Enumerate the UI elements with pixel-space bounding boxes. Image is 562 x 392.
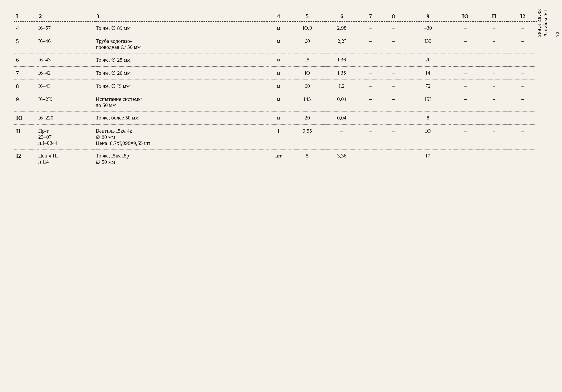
cell-4-col9: 72	[405, 80, 451, 93]
header-col3: 3	[95, 11, 267, 22]
cell-7-col11: –	[480, 125, 508, 150]
cell-7-col8: –	[382, 125, 405, 150]
cell-8-col6: 3,36	[325, 150, 359, 168]
cell-2-num: 6	[14, 53, 37, 67]
cell-5-col10: –	[451, 93, 480, 112]
cell-6-col10: –	[451, 112, 480, 125]
cell-5-desc: Испытание системыдо 50 мм	[95, 93, 267, 112]
cell-6-unit: м	[267, 112, 290, 125]
cell-7-code: Пр-т23–07п.I–0344	[37, 125, 95, 150]
header-col12: I2	[508, 11, 537, 22]
header-col4: 4	[267, 11, 290, 22]
cell-3-col12: –	[508, 67, 537, 80]
cell-3-col11: –	[480, 67, 508, 80]
cell-4-col6: I,2	[325, 80, 359, 93]
cell-0-desc: То же, ∅ 89 мм	[95, 22, 267, 35]
header-col10: IO	[451, 11, 480, 22]
cell-6-num: IO	[14, 112, 37, 125]
cell-3-unit: м	[267, 67, 290, 80]
side-label-text-2: Альбом VI	[542, 10, 548, 37]
cell-2-col5: I5	[290, 53, 324, 67]
cell-4-col8: –	[382, 80, 405, 93]
cell-5-col11: –	[480, 93, 508, 112]
table-row: I2Цен.ч.IIIп.II4То же, I5кч I8р∅ 50 ммшт…	[14, 150, 537, 168]
cell-8-unit: шт	[267, 150, 290, 168]
cell-7-col9: IO	[405, 125, 451, 150]
page-container: 284.3-49.83 Альбом VI 73 I 2 3 4	[0, 0, 562, 392]
cell-8-col5: 5	[290, 150, 324, 168]
cell-3-col8: –	[382, 67, 405, 80]
cell-3-col9: I4	[405, 67, 451, 80]
cell-4-unit: м	[267, 80, 290, 93]
cell-0-num: 4	[14, 22, 37, 35]
cell-2-unit: м	[267, 53, 290, 67]
cell-1-desc: Труба водогазо-проводная Ø/ 50 мм	[95, 35, 267, 53]
side-label-text-1: 284.3-49.83	[537, 9, 542, 37]
table-header-row: I 2 3 4 5 6 7 8 9 IO II I2	[14, 11, 537, 22]
cell-8-col9: I7	[405, 150, 451, 168]
cell-1-col12: –	[508, 35, 537, 53]
cell-1-col7: –	[359, 35, 382, 53]
cell-1-col5: 60	[290, 35, 324, 53]
cell-7-col5: 9,55	[290, 125, 324, 150]
cell-8-col7: –	[359, 150, 382, 168]
cell-4-col5: 60	[290, 80, 324, 93]
cell-6-col12: –	[508, 112, 537, 125]
cell-7-unit: I	[267, 125, 290, 150]
header-col5: 5	[290, 11, 324, 22]
table-row: IOI6–220То же, более 50 ммм200,04––8–––	[14, 112, 537, 125]
cell-2-col9: 20	[405, 53, 451, 67]
cell-6-col9: 8	[405, 112, 451, 125]
cell-4-col7: –	[359, 80, 382, 93]
cell-1-unit: м	[267, 35, 290, 53]
cell-1-num: 5	[14, 35, 37, 53]
cell-7-col7: –	[359, 125, 382, 150]
main-table: I 2 3 4 5 6 7 8 9 IO II I2 4I6–57То же, …	[14, 11, 537, 168]
cell-8-col8: –	[382, 150, 405, 168]
cell-5-col8: –	[382, 93, 405, 112]
cell-4-col12: –	[508, 80, 537, 93]
cell-8-col11: –	[480, 150, 508, 168]
cell-5-col5: I45	[290, 93, 324, 112]
cell-5-unit: м	[267, 93, 290, 112]
cell-3-num: 7	[14, 67, 37, 80]
header-col11: II	[480, 11, 508, 22]
cell-0-col10: –	[451, 22, 480, 35]
cell-7-col10: –	[451, 125, 480, 150]
table-row: 7I6–42То же, ∅ 20 мммIOI,35––I4–––	[14, 67, 537, 80]
cell-5-col6: 0,04	[325, 93, 359, 112]
table-row: 5I6–46Труба водогазо-проводная Ø/ 50 ммм…	[14, 35, 537, 53]
cell-0-col9: –30	[405, 22, 451, 35]
cell-6-col5: 20	[290, 112, 324, 125]
header-col1: I	[14, 11, 37, 22]
cell-6-code: I6–220	[37, 112, 95, 125]
cell-8-col12: –	[508, 150, 537, 168]
table-row: 8I6–4IТо же, ∅ I5 ммм60I,2––72–––	[14, 80, 537, 93]
cell-2-col11: –	[480, 53, 508, 67]
cell-7-col12: –	[508, 125, 537, 150]
cell-0-code: I6–57	[37, 22, 95, 35]
table-row: 6I6–43То же, ∅ 25 мммI5I,36––20–––	[14, 53, 537, 67]
cell-8-desc: То же, I5кч I8р∅ 50 мм	[95, 150, 267, 168]
table-row: 9I6–2I9Испытание системыдо 50 мммI450,04…	[14, 93, 537, 112]
cell-3-col7: –	[359, 67, 382, 80]
side-label: 284.3-49.83 Альбом VI 73	[537, 9, 560, 37]
cell-3-col10: –	[451, 67, 480, 80]
cell-0-col5: IO,0	[290, 22, 324, 35]
cell-2-code: I6–43	[37, 53, 95, 67]
cell-4-num: 8	[14, 80, 37, 93]
cell-4-code: I6–4I	[37, 80, 95, 93]
cell-3-desc: То же, ∅ 20 мм	[95, 67, 267, 80]
cell-1-col11: –	[480, 35, 508, 53]
cell-2-col7: –	[359, 53, 382, 67]
cell-6-desc: То же, более 50 мм	[95, 112, 267, 125]
cell-6-col6: 0,04	[325, 112, 359, 125]
table-row: IIПр-т23–07п.I–0344Вентиль I5кч 4к∅ 80 м…	[14, 125, 537, 150]
table-row: 4I6–57То же, ∅ 89 мммIO,02,98–––30–––	[14, 22, 537, 35]
cell-0-col8: –	[382, 22, 405, 35]
cell-3-col6: I,35	[325, 67, 359, 80]
cell-6-col7: –	[359, 112, 382, 125]
cell-2-desc: То же, ∅ 25 мм	[95, 53, 267, 67]
cell-5-code: I6–2I9	[37, 93, 95, 112]
cell-5-col7: –	[359, 93, 382, 112]
